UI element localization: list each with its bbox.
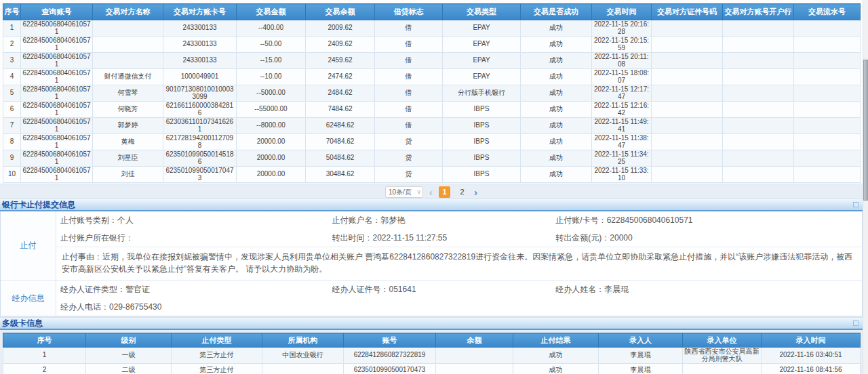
field-transfer-out-amount: 转出金额(元)：20000 (555, 229, 859, 247)
multilevel-card-table: 序号级别止付类型所属机构账号余额止付结果录入人录入单位录入时间 1一级第三方止付… (3, 333, 861, 374)
multilevel-tbody: 1一级第三方止付中国农业银行6228412860827322819成功李晨琨陕西… (3, 348, 861, 374)
field-operator-cert-type: 经办人证件类型：警官证 (60, 280, 332, 298)
vertical-scrollbar[interactable] (863, 0, 868, 374)
field-row: 经办人证件类型：警官证 经办人证件号：051641 经办人姓名：李晨琨 (56, 280, 862, 298)
column-header: 序号 (3, 333, 86, 348)
transaction-cell: 50484.62 (306, 150, 375, 167)
field-operator-name: 经办人姓名：李晨琨 (555, 280, 859, 298)
collapse-icon[interactable] (853, 320, 859, 326)
field-account-name: 止付账户名：郭梦艳 (332, 211, 556, 229)
transaction-cell: 成功 (521, 20, 592, 37)
table-row: 16228450068040610571243300133--400.00200… (3, 20, 861, 37)
multilevel-cell: 2 (3, 364, 86, 374)
transaction-cell: IBPS (443, 102, 521, 118)
transaction-cell: 成功 (521, 150, 592, 167)
transaction-cell: 借 (375, 53, 443, 69)
transaction-cell: 成功 (521, 118, 592, 134)
multilevel-cell: 李晨琨 (599, 364, 683, 374)
transaction-cell: 6228450068040610571 (21, 102, 93, 118)
transaction-cell: 2022-11-15 11:38:47 (592, 134, 652, 150)
transaction-cell: 借 (375, 85, 443, 102)
transaction-cell: --15.00 (237, 53, 306, 69)
transaction-cell: 2484.62 (306, 85, 375, 102)
transactions-tbody: 16228450068040610571243300133--400.00200… (3, 20, 861, 183)
section-title-text: 多级卡信息 (2, 318, 43, 328)
column-header: 交易金额 (237, 4, 306, 20)
multilevel-cell: 成功 (513, 348, 599, 364)
transaction-cell: 7484.62 (306, 102, 375, 118)
transaction-cell: 2022-11-15 11:33:10 (592, 167, 652, 183)
field-operator-cert-number: 经办人证件号：051641 (332, 280, 556, 298)
transaction-cell (794, 85, 861, 102)
transaction-cell: 6228450068040610571 (21, 150, 93, 167)
transaction-cell: 30484.62 (306, 167, 375, 183)
table-row: 106228450068040610571刘佳62350109905001704… (3, 167, 861, 183)
group-content: 止付账号类别：个人 止付账户名：郭梦艳 止付账/卡号：6228450068040… (56, 211, 862, 280)
field-transfer-out-time: 转出时间：2022-11-15 11:27:55 (332, 229, 556, 247)
transaction-cell: 6228450068040610571 (21, 53, 93, 69)
field-row: 止付账号类别：个人 止付账户名：郭梦艳 止付账/卡号：6228450068040… (56, 211, 862, 229)
column-header: 余额 (436, 333, 513, 348)
transactions-table: 序号查询账号交易对方名称交易对方账卡号交易金额交易余额借贷标志交易类型交易是否成… (3, 3, 861, 183)
transaction-cell (794, 134, 861, 150)
operator-info-group: 经办信息 经办人证件类型：警官证 经办人证件号：051641 经办人姓名：李晨琨… (1, 280, 862, 316)
transaction-cell (93, 37, 163, 53)
transaction-cell: IBPS (443, 134, 521, 150)
transaction-cell: --8000.00 (237, 118, 306, 134)
column-header: 交易流水号 (794, 4, 861, 20)
table-row: 46228450068040610571财付通微信支付1000049901--1… (3, 69, 861, 85)
transaction-cell: 6228450068040610571 (21, 118, 93, 134)
transaction-cell: 借 (375, 37, 443, 53)
transaction-cell: 财付通微信支付 (93, 69, 163, 85)
transaction-cell: 20000.00 (237, 134, 306, 150)
transaction-cell (794, 102, 861, 118)
multilevel-cell: 一级 (86, 348, 172, 364)
field-row: 经办人电话：029-86755430 (56, 298, 862, 316)
transaction-cell: 贷 (375, 167, 443, 183)
transaction-cell: 20000.00 (237, 167, 306, 183)
prev-page-button[interactable]: ‹ (429, 186, 433, 198)
transaction-cell: 成功 (521, 167, 592, 183)
transaction-cell: 6228450068040610571 (21, 20, 93, 37)
multilevel-cell: 6228412860827322819 (344, 348, 436, 364)
transaction-cell: 何晓芳 (93, 102, 163, 118)
transaction-cell: 2409.62 (306, 37, 375, 53)
transaction-cell: 刘星臣 (93, 150, 163, 167)
transaction-cell: 6235010990500170473 (163, 167, 237, 183)
transaction-cell (723, 134, 794, 150)
multilevel-cell (262, 364, 344, 374)
transaction-cell: 1 (3, 20, 21, 37)
stop-payment-section-title: 银行卡止付提交信息 (0, 199, 863, 211)
column-header: 录入人 (599, 333, 683, 348)
transaction-cell (652, 167, 723, 183)
multilevel-cell: 陕西省西安市公安局高新分局刑警大队 (683, 348, 762, 364)
transaction-cell: EPAY (443, 20, 521, 37)
column-header: 交易类型 (443, 4, 521, 20)
transaction-cell: 借 (375, 102, 443, 118)
collapse-icon[interactable] (853, 202, 859, 207)
scrollbar-thumb[interactable] (863, 60, 868, 201)
transaction-cell: 成功 (521, 69, 592, 85)
transaction-cell: 2459.62 (306, 53, 375, 69)
table-row: 36228450068040610571243300133--15.002459… (3, 53, 861, 69)
page-button-2[interactable]: 2 (456, 186, 468, 198)
transaction-cell: IBPS (443, 150, 521, 167)
multilevel-cell: 李晨琨 (599, 348, 683, 364)
transaction-cell: 贷 (375, 150, 443, 167)
transaction-cell (723, 118, 794, 134)
next-page-button[interactable]: › (474, 186, 477, 198)
group-content: 经办人证件类型：警官证 经办人证件号：051641 经办人姓名：李晨琨 经办人电… (56, 280, 862, 316)
page-button-1[interactable]: 1 (439, 186, 450, 198)
transaction-cell: 借 (375, 118, 443, 134)
transaction-cell: --5000.00 (237, 85, 306, 102)
transaction-cell: EPAY (443, 53, 521, 69)
transaction-cell: 借 (375, 20, 443, 37)
page-size-select[interactable]: 10条/页 ∨ (385, 186, 423, 198)
transaction-cell (723, 53, 794, 69)
table-row: 1一级第三方止付中国农业银行6228412860827322819成功李晨琨陕西… (3, 348, 861, 364)
transaction-cell (723, 20, 794, 37)
multilevel-cell: 第三方止付 (172, 348, 262, 364)
transaction-cell: 2022-11-15 11:49:41 (592, 118, 652, 134)
transaction-cell: 6228450068040610571 (21, 69, 93, 85)
transaction-cell: 2022-11-15 20:15:59 (592, 37, 652, 53)
